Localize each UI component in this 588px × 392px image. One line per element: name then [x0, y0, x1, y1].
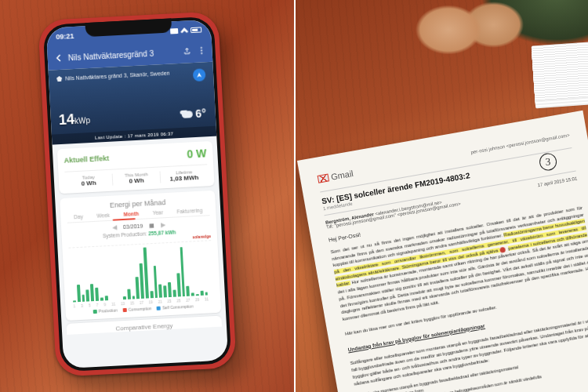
handwritten-circled-number: 3 [539, 153, 557, 171]
para1-b: Hur solcellerna är konstruerade, montera… [337, 239, 588, 321]
clasped-hands [376, 0, 557, 71]
more-dots-icon[interactable] [196, 45, 206, 56]
chart-bar [143, 247, 149, 298]
production-bar-chart [68, 240, 214, 303]
panel-divider [294, 0, 296, 392]
bullet-list: de ska monteras utanpå en byggnads fasad… [355, 348, 588, 392]
power-stats-row: Today 0 Wh This Month 0 Wh Lifetime 1,03… [64, 164, 208, 187]
highlight-2: panelerna i solcellerna och tillhörande … [336, 232, 588, 288]
email-date: 17 april 2019 15:01 [537, 176, 578, 187]
svg-point-2 [201, 53, 202, 54]
tab-day[interactable]: Day [74, 214, 83, 220]
chart-bar [127, 289, 130, 299]
cloud-icon [181, 111, 192, 118]
gmail-m-icon [318, 173, 330, 183]
greeting: Hej Per-Ossi! [328, 193, 581, 243]
chart-bar [196, 294, 199, 296]
gmail-label: Gmail [330, 169, 354, 182]
stat-today: Today 0 Wh [65, 174, 114, 188]
status-time: 09:21 [56, 32, 74, 41]
selected-month[interactable]: 03/2019 [123, 223, 143, 230]
printed-email-letter: Gmail per-ossi johnson <perossi.jonsson@… [297, 111, 588, 392]
kwp-unit: kWp [74, 116, 91, 125]
tab-billing[interactable]: Fakturering [176, 208, 202, 215]
x-tick: 3 [81, 304, 83, 308]
weather: 6° [181, 107, 206, 121]
x-tick: 29 [195, 298, 199, 302]
temperature: 6° [195, 107, 206, 120]
current-power-label: Aktuell Effekt [64, 154, 109, 165]
current-power-card: Aktuell Effekt 0 W Today 0 Wh This Month… [57, 141, 215, 194]
body-paragraph-3: Solfångare eller solcellspaneler som mon… [350, 315, 588, 387]
tab-month[interactable]: Month [123, 211, 139, 217]
message-count: 1 meddelande [323, 162, 575, 212]
system-production-row: System Production: 255,87 kWh [68, 227, 211, 241]
bullet-3: de får inte monteras på byggnader eller … [368, 361, 588, 392]
chart-bar [205, 292, 208, 296]
x-tick: 25 [176, 299, 180, 303]
stat-lifetime-label: Lifetime [161, 169, 208, 176]
sysprod-label: System Production: [103, 230, 147, 238]
directions-icon[interactable] [193, 68, 206, 82]
chart-bar [158, 284, 162, 298]
back-chevron-icon[interactable] [53, 53, 64, 64]
chart-bar [104, 296, 107, 301]
system-capacity: 14kWp [58, 111, 90, 129]
battery-icon [191, 27, 201, 33]
tab-week[interactable]: Week [96, 212, 110, 219]
subject-divider [324, 171, 575, 216]
x-tick: 31 [205, 297, 209, 301]
svg-point-0 [200, 47, 201, 49]
chart-bar [90, 284, 94, 301]
chart-bar [100, 297, 103, 301]
chart-bar [73, 300, 76, 302]
x-tick: 1 [73, 304, 75, 308]
brand-label: solaredge [68, 234, 211, 246]
calendar-icon[interactable]: ▦ [149, 222, 154, 228]
x-tick: 13 [121, 302, 125, 306]
chart-bar [77, 285, 81, 302]
sysprod-value: 255,87 kWh [148, 229, 176, 236]
chart-bar [95, 287, 99, 301]
chart-bar [150, 291, 153, 298]
paper-stack [532, 41, 588, 101]
chart-bar [153, 266, 158, 298]
phone-body: 09:21 Nils Nattväktaresgränd 3 [43, 16, 232, 372]
chart-legend: Production Consumption Self Consumption [72, 303, 215, 315]
share-icon[interactable] [182, 46, 192, 56]
chart-bar [132, 296, 135, 299]
current-power-value: 0 W [187, 147, 207, 160]
x-tick: 5 [89, 303, 91, 307]
body-paragraph-2: Här kan du läsa mer om var det krävs byg… [344, 286, 588, 337]
app-top-bar: Nils Nattväktaresgränd 3 [47, 38, 212, 71]
tab-year[interactable]: Year [153, 209, 163, 216]
legend-consumption: Consumption [123, 306, 152, 312]
chart-bar [180, 247, 185, 296]
chart-x-axis: 135791113151719212325272931 [71, 296, 214, 309]
phone-screen: 09:21 Nils Nattväktaresgränd 3 [46, 20, 228, 368]
date-row: ◀ 03/2019 ▦ ▶ [67, 219, 210, 234]
status-bar: 09:21 [46, 20, 212, 47]
bullet-2: de ska följa byggnadens form [368, 354, 588, 392]
body-paragraph-1: Som det ser ut nu så finns det ingen möj… [330, 205, 588, 323]
gmail-header-row: Gmail per-ossi johnson <perossi.jonsson@… [317, 130, 570, 183]
chart-bar [187, 286, 190, 296]
date-next-icon[interactable]: ▶ [161, 221, 165, 228]
pin-icon [56, 76, 62, 82]
energy-card: Energi per Månad Day Week Month Year Fak… [60, 191, 221, 321]
x-tick: 9 [103, 303, 106, 307]
location-row: Nils Nattväktares gränd 3, Skanör, Swede… [56, 68, 205, 82]
sleeve [447, 0, 588, 71]
stat-today-label: Today [65, 174, 112, 181]
stat-today-value: 0 Wh [65, 179, 112, 188]
bottom-tab-comparative[interactable]: Comparative Energy [67, 316, 222, 335]
stat-month: This Month 0 Wh [113, 171, 162, 185]
para1-a: Som det ser ut nu så finns det ingen möj… [330, 205, 584, 268]
date-prev-icon[interactable]: ◀ [112, 223, 117, 230]
stat-lifetime: Lifetime 1,03 MWh [161, 169, 209, 183]
chart-bar [200, 290, 203, 296]
phone-notch [85, 18, 172, 37]
x-tick: 23 [167, 299, 171, 303]
from-name: Bergström, Alexander [325, 212, 375, 225]
x-tick: 21 [158, 300, 162, 304]
